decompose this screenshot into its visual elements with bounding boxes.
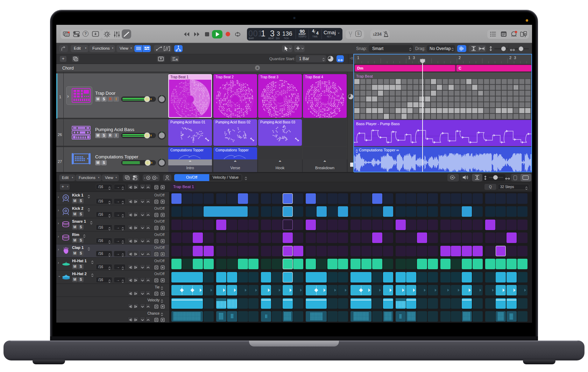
svg-text:›: ›	[144, 176, 145, 180]
svg-text:›: ›	[157, 176, 158, 180]
svg-text:♪: ♪	[66, 33, 68, 37]
svg-text:›: ›	[454, 176, 455, 179]
